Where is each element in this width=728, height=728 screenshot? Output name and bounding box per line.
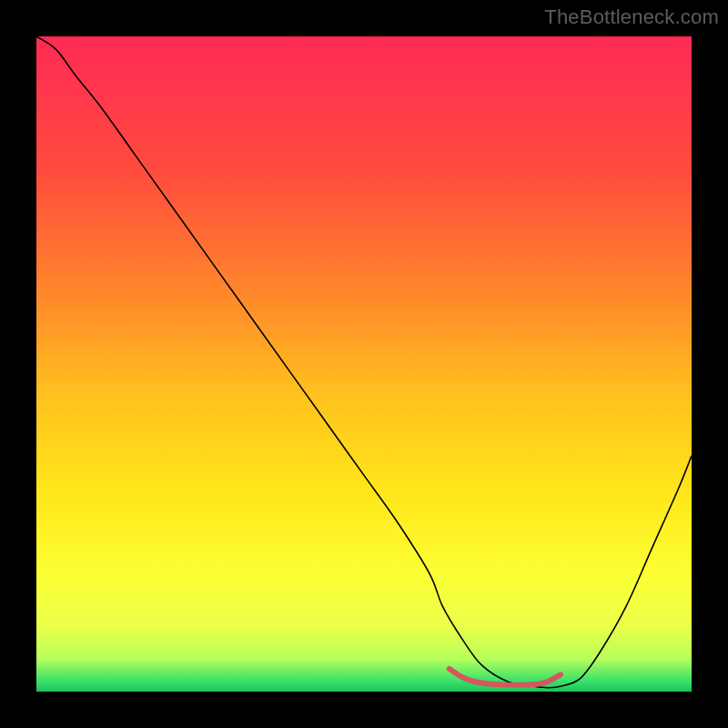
chart-frame: TheBottleneck.com [0, 0, 728, 728]
plot-svg [36, 36, 692, 692]
plot-area [36, 36, 692, 692]
watermark-text: TheBottleneck.com [544, 5, 719, 29]
gradient-background [36, 36, 692, 692]
